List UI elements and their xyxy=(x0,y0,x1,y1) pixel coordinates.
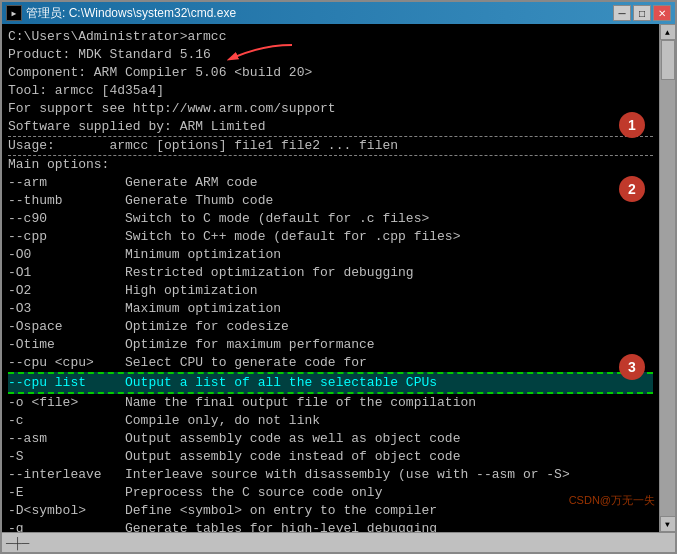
terminal-line: -E Preprocess the C source code only xyxy=(8,484,653,502)
terminal-line: For support see http://www.arm.com/suppo… xyxy=(8,100,653,118)
terminal-line: --cpu <cpu> Select CPU to generate code … xyxy=(8,354,653,372)
scroll-track xyxy=(660,40,675,516)
terminal-line: --thumb Generate Thumb code xyxy=(8,192,653,210)
terminal: C:\Users\Administrator>armccProduct: MDK… xyxy=(2,24,675,532)
terminal-line: --cpp Switch to C++ mode (default for .c… xyxy=(8,228,653,246)
minimize-button[interactable]: ─ xyxy=(613,5,631,21)
cmd-icon xyxy=(6,5,22,21)
scrollbar[interactable]: ▲ ▼ xyxy=(659,24,675,532)
titlebar-left: 管理员: C:\Windows\system32\cmd.exe xyxy=(6,5,236,22)
titlebar: 管理员: C:\Windows\system32\cmd.exe ─ □ ✕ xyxy=(2,2,675,24)
terminal-line: --c90 Switch to C mode (default for .c f… xyxy=(8,210,653,228)
terminal-line: --arm Generate ARM code xyxy=(8,174,653,192)
statusbar: ─┼─ xyxy=(2,532,675,552)
terminal-line: -o <file> Name the final output file of … xyxy=(8,394,653,412)
terminal-line: --asm Output assembly code as well as ob… xyxy=(8,430,653,448)
statusbar-text: ─┼─ xyxy=(6,537,29,549)
terminal-line: -O2 High optimization xyxy=(8,282,653,300)
scroll-down-button[interactable]: ▼ xyxy=(660,516,676,532)
terminal-line: -Otime Optimize for maximum performance xyxy=(8,336,653,354)
close-button[interactable]: ✕ xyxy=(653,5,671,21)
scroll-up-button[interactable]: ▲ xyxy=(660,24,676,40)
terminal-line: -S Output assembly code instead of objec… xyxy=(8,448,653,466)
terminal-line: Component: ARM Compiler 5.06 <build 20> xyxy=(8,64,653,82)
scroll-thumb[interactable] xyxy=(661,40,675,80)
terminal-line: Software supplied by: ARM Limited xyxy=(8,118,653,136)
terminal-line: --interleave Interleave source with disa… xyxy=(8,466,653,484)
terminal-line: Tool: armcc [4d35a4] xyxy=(8,82,653,100)
titlebar-buttons: ─ □ ✕ xyxy=(613,5,671,21)
terminal-line: -O0 Minimum optimization xyxy=(8,246,653,264)
terminal-line: Usage: armcc [options] file1 file2 ... f… xyxy=(8,136,653,156)
terminal-line: C:\Users\Administrator>armcc xyxy=(8,28,653,46)
maximize-button[interactable]: □ xyxy=(633,5,651,21)
terminal-line: -g Generate tables for high-level debugg… xyxy=(8,520,653,532)
cmd-window: 管理员: C:\Windows\system32\cmd.exe ─ □ ✕ C… xyxy=(0,0,677,554)
terminal-line: -Ospace Optimize for codesize xyxy=(8,318,653,336)
terminal-line: Main options: xyxy=(8,156,653,174)
terminal-line: -c Compile only, do not link xyxy=(8,412,653,430)
terminal-line: -O1 Restricted optimization for debuggin… xyxy=(8,264,653,282)
terminal-line: Product: MDK Standard 5.16 xyxy=(8,46,653,64)
terminal-lines: C:\Users\Administrator>armccProduct: MDK… xyxy=(8,28,653,532)
window-title: 管理员: C:\Windows\system32\cmd.exe xyxy=(26,5,236,22)
terminal-line: --cpu list Output a list of all the sele… xyxy=(8,372,653,394)
terminal-line: -D<symbol> Define <symbol> on entry to t… xyxy=(8,502,653,520)
terminal-content[interactable]: C:\Users\Administrator>armccProduct: MDK… xyxy=(2,24,659,532)
terminal-line: -O3 Maximum optimization xyxy=(8,300,653,318)
